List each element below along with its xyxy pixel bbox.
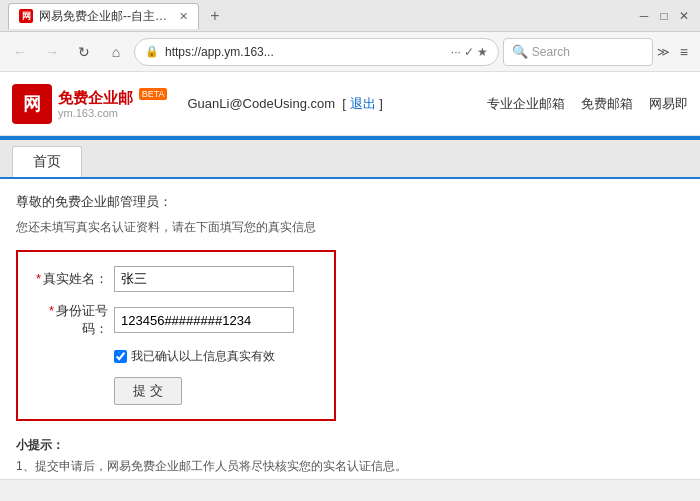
tab-close-icon[interactable]: ✕: [179, 10, 188, 23]
submit-button[interactable]: 提 交: [114, 377, 182, 405]
nav-link-free[interactable]: 免费邮箱: [581, 95, 633, 113]
brandbar: 网 免费企业邮 BETA ym.163.com GuanLi@CodeUsing…: [0, 72, 700, 136]
logo-text-area: 免费企业邮 BETA ym.163.com: [58, 89, 167, 119]
real-name-row: *真实姓名：: [34, 266, 318, 292]
active-tab[interactable]: 网 网易免费企业邮--自主域名. 企... ✕: [8, 3, 199, 29]
nav-link-instant[interactable]: 网易即: [649, 95, 688, 113]
form-box: *真实姓名： *身份证号码： 我已确认以上信息真实有效 提 交: [16, 250, 336, 421]
required-star-id: *: [49, 303, 54, 318]
id-label: *身份证号码：: [34, 302, 114, 338]
close-button[interactable]: ✕: [676, 8, 692, 24]
statusbar: [0, 479, 700, 501]
extend-button[interactable]: ≫: [657, 45, 670, 59]
bookmark-check-icon[interactable]: ✓: [464, 45, 474, 59]
titlebar-controls: ─ □ ✕: [636, 8, 692, 24]
new-tab-button[interactable]: +: [203, 4, 227, 28]
titlebar-tabs: 网 网易免费企业邮--自主域名. 企... ✕ +: [8, 3, 636, 29]
id-row: *身份证号码：: [34, 302, 318, 338]
home-button[interactable]: ⌂: [102, 38, 130, 66]
url-text: https://app.ym.163...: [165, 45, 445, 59]
url-actions: ··· ✓ ★: [451, 45, 488, 59]
tip-item-1: 1、提交申请后，网易免费企业邮工作人员将尽快核实您的实名认证信息。: [16, 458, 684, 475]
tab-label: 网易免费企业邮--自主域名. 企...: [39, 8, 169, 25]
logo-icon: 网: [12, 84, 52, 124]
minimize-button[interactable]: ─: [636, 8, 652, 24]
search-placeholder: Search: [532, 45, 570, 59]
tab-nav: 首页: [0, 140, 700, 179]
home-tab[interactable]: 首页: [12, 146, 82, 177]
forward-button[interactable]: →: [38, 38, 66, 66]
tips-section: 小提示： 1、提交申请后，网易免费企业邮工作人员将尽快核实您的实名认证信息。: [16, 437, 684, 475]
checkbox-row: 我已确认以上信息真实有效: [34, 348, 318, 365]
nav-link-pro[interactable]: 专业企业邮箱: [487, 95, 565, 113]
user-info: GuanLi@CodeUsing.com [ 退出 ]: [167, 95, 487, 113]
refresh-button[interactable]: ↻: [70, 38, 98, 66]
id-input[interactable]: [114, 307, 294, 333]
nav-links: 专业企业邮箱 免费邮箱 网易即: [487, 95, 688, 113]
logo-title: 免费企业邮 BETA: [58, 89, 167, 107]
url-bar[interactable]: 🔒 https://app.ym.163... ··· ✓ ★: [134, 38, 499, 66]
submit-row: 提 交: [34, 377, 318, 405]
back-button[interactable]: ←: [6, 38, 34, 66]
lock-icon: 🔒: [145, 45, 159, 58]
instruction: 您还未填写真实名认证资料，请在下面填写您的真实信息: [16, 219, 684, 236]
confirm-checkbox[interactable]: [114, 350, 127, 363]
menu-button[interactable]: ≡: [674, 44, 694, 60]
logo-area: 网 免费企业邮 BETA ym.163.com: [12, 84, 167, 124]
titlebar: 网 网易免费企业邮--自主域名. 企... ✕ + ─ □ ✕: [0, 0, 700, 32]
real-name-input[interactable]: [114, 266, 294, 292]
user-email: GuanLi@CodeUsing.com: [187, 96, 335, 111]
ellipsis-icon[interactable]: ···: [451, 45, 461, 59]
required-star-name: *: [36, 271, 41, 286]
restore-button[interactable]: □: [656, 8, 672, 24]
logout-link[interactable]: 退出: [350, 96, 376, 111]
logo-subtitle: ym.163.com: [58, 107, 167, 119]
checkbox-label: 我已确认以上信息真实有效: [131, 348, 275, 365]
addressbar: ← → ↻ ⌂ 🔒 https://app.ym.163... ··· ✓ ★ …: [0, 32, 700, 72]
real-name-label: *真实姓名：: [34, 270, 114, 288]
bookmark-star-icon[interactable]: ★: [477, 45, 488, 59]
tips-title: 小提示：: [16, 437, 684, 454]
greeting: 尊敬的免费企业邮管理员：: [16, 193, 684, 211]
main-content: 尊敬的免费企业邮管理员： 您还未填写真实名认证资料，请在下面填写您的真实信息 *…: [0, 179, 700, 489]
search-icon: 🔍: [512, 44, 528, 59]
tab-favicon: 网: [19, 9, 33, 23]
search-bar[interactable]: 🔍 Search: [503, 38, 653, 66]
beta-badge: BETA: [139, 88, 168, 100]
